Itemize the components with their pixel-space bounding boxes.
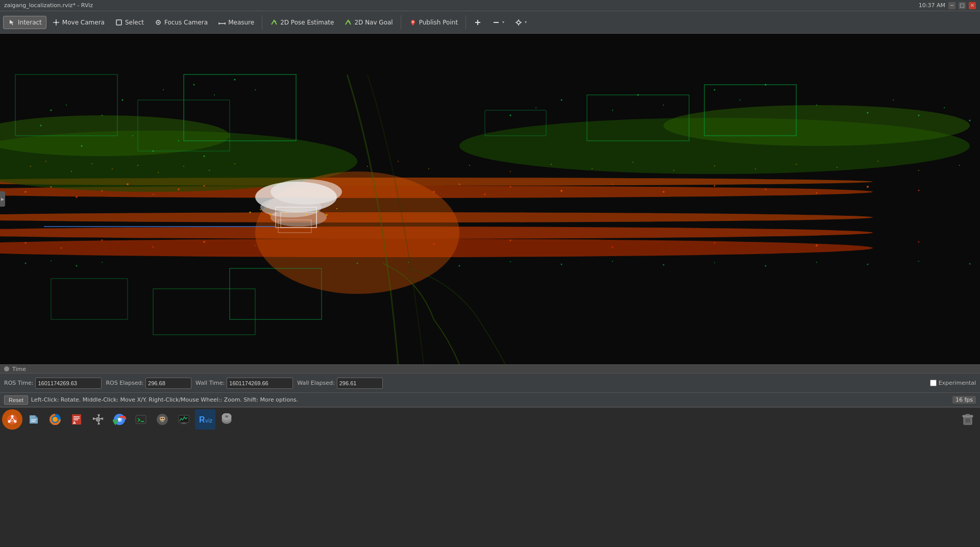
interact-button[interactable]: Interact [3, 16, 46, 29]
svg-point-129 [877, 161, 878, 162]
svg-point-98 [714, 242, 716, 244]
svg-point-88 [918, 190, 920, 191]
svg-point-127 [796, 164, 797, 165]
focus-camera-button[interactable]: Focus Camera [150, 16, 212, 29]
fps-badge: 16 fps [952, 396, 976, 404]
svg-point-51 [153, 151, 154, 152]
3d-viewport[interactable]: ▶ [0, 34, 980, 364]
measure-icon [218, 18, 226, 27]
svg-point-62 [765, 84, 767, 86]
publish-point-label: Publish Point [419, 19, 458, 26]
view-button[interactable]: ▾ [510, 16, 531, 29]
taskbar-files[interactable] [23, 409, 44, 430]
svg-point-157 [918, 261, 919, 262]
svg-point-134 [270, 214, 272, 216]
ros-time-group: ROS Time: [4, 378, 102, 389]
svg-point-142 [25, 263, 27, 264]
wall-time-input[interactable] [227, 378, 293, 389]
left-resize-handle[interactable]: ▶ [0, 191, 5, 207]
publish-point-button[interactable]: Publish Point [404, 16, 462, 29]
taskbar-trash[interactable] [958, 409, 978, 430]
svg-point-71 [76, 196, 78, 198]
taskbar-mascot[interactable] [152, 409, 173, 430]
svg-point-123 [632, 162, 633, 163]
svg-point-147 [408, 262, 409, 263]
svg-point-46 [214, 94, 215, 95]
measure-button[interactable]: Measure [213, 16, 259, 29]
svg-point-131 [959, 165, 960, 166]
svg-text:R: R [199, 415, 205, 424]
svg-point-160 [11, 415, 14, 417]
minimize-button[interactable]: ─ [948, 2, 955, 9]
reset-button[interactable]: Reset [4, 395, 28, 405]
taskbar-settings[interactable] [88, 409, 108, 430]
wall-elapsed-group: Wall Elapsed: [297, 378, 382, 389]
interact-icon [8, 18, 16, 27]
taskbar-monitor[interactable] [174, 409, 194, 430]
minus-button[interactable]: ▾ [487, 16, 509, 29]
svg-point-70 [51, 186, 52, 188]
svg-point-85 [765, 188, 767, 190]
wall-elapsed-input[interactable] [337, 378, 383, 389]
time-status-dot [4, 366, 9, 371]
svg-rect-170 [74, 419, 78, 420]
svg-point-149 [510, 261, 511, 262]
svg-point-180 [161, 417, 162, 419]
svg-point-155 [816, 262, 817, 263]
experimental-checkbox[interactable] [930, 380, 937, 386]
svg-point-190 [225, 415, 228, 417]
taskbar-rviz[interactable]: R viz [195, 409, 215, 430]
svg-point-176 [118, 418, 121, 421]
svg-rect-15 [0, 34, 980, 364]
ros-time-input[interactable] [35, 378, 102, 389]
svg-point-73 [127, 183, 129, 185]
pose-estimate-button[interactable]: 2D Pose Estimate [265, 16, 338, 29]
svg-point-151 [612, 261, 613, 262]
svg-point-60 [714, 89, 716, 91]
svg-point-75 [178, 188, 180, 190]
svg-point-158 [969, 263, 971, 265]
svg-point-10 [517, 21, 520, 24]
svg-point-56 [561, 100, 562, 101]
svg-point-172 [96, 417, 100, 421]
svg-point-114 [209, 170, 210, 171]
time-status-bar: Time [0, 364, 980, 374]
close-button[interactable]: ✕ [969, 2, 976, 9]
ros-time-label: ROS Time: [4, 380, 33, 386]
nav-goal-button[interactable]: 2D Nav Goal [339, 16, 397, 29]
taskbar-terminal[interactable] [131, 409, 151, 430]
time-status-label: Time [12, 366, 26, 372]
ros-elapsed-input[interactable] [145, 378, 191, 389]
svg-point-35 [271, 208, 327, 227]
focus-camera-icon [154, 18, 162, 27]
svg-point-95 [433, 243, 435, 245]
taskbar-texteditor[interactable]: A [66, 409, 87, 430]
select-icon [115, 18, 123, 27]
toolbar-separator-3 [465, 15, 466, 30]
add-button[interactable] [469, 16, 486, 29]
svg-point-133 [260, 209, 261, 210]
svg-point-118 [428, 168, 429, 169]
taskbar-disk[interactable] [216, 409, 237, 430]
svg-point-100 [918, 241, 920, 243]
svg-point-57 [612, 110, 613, 111]
move-camera-button[interactable]: Move Camera [47, 16, 109, 29]
taskbar-ubuntu[interactable] [2, 409, 22, 430]
svg-point-113 [183, 166, 184, 167]
experimental-check-group: Experimental [930, 380, 976, 386]
taskbar-firefox[interactable] [45, 409, 65, 430]
svg-point-9 [412, 21, 413, 22]
svg-point-141 [336, 208, 337, 209]
select-button[interactable]: Select [110, 16, 149, 29]
maximize-button[interactable]: □ [959, 2, 966, 9]
nav-goal-label: 2D Nav Goal [354, 19, 393, 26]
svg-point-66 [918, 115, 920, 116]
svg-point-47 [234, 79, 236, 81]
svg-point-53 [204, 156, 205, 157]
svg-point-50 [132, 135, 133, 136]
svg-point-52 [178, 140, 179, 141]
wall-time-label: Wall Time: [195, 380, 225, 386]
svg-point-59 [663, 105, 664, 106]
ros-elapsed-group: ROS Elapsed: [106, 378, 191, 389]
taskbar-chrome[interactable] [109, 409, 130, 430]
